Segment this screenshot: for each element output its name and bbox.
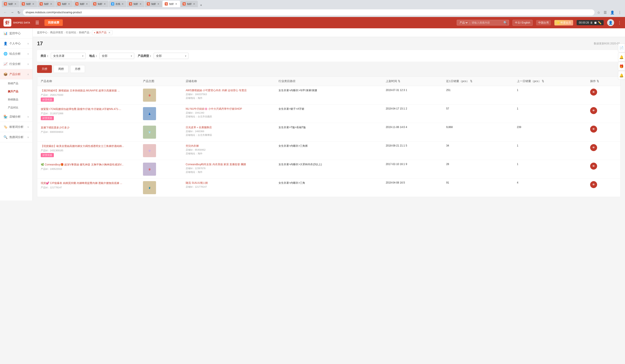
account-button[interactable]: 👤 (609, 10, 615, 15)
view-button[interactable]: 👁 (590, 89, 597, 96)
col-sales-prev[interactable]: 上一日销量（pcs） ⇅ (513, 77, 587, 86)
product-image[interactable]: 👗 (143, 107, 156, 120)
right-sidebar-bell-icon[interactable]: 🔔 (618, 53, 625, 61)
product-image[interactable]: 👙 (143, 89, 156, 102)
tab-close-3[interactable]: ✕ (50, 3, 52, 5)
breadcrumb-monitor[interactable]: 监控中心 (37, 31, 48, 34)
breadcrumb-close-button[interactable]: ✕ (108, 31, 110, 34)
product-name-link[interactable]: 後緊緊+7CM高腰排扣超彈包臀,顯瘦牛仔裙,牛仔裙裙,A字裙NN.471-... (41, 107, 136, 111)
tab-close-8[interactable]: ✕ (139, 3, 141, 5)
product-name-link[interactable]: 【满299减40】澳维妮絲 日本热销新品 MUNAFIE 超弹力高腰束腹 ... (41, 89, 136, 92)
browser-tab-5[interactable]: 知 知虾 ✕ (73, 1, 91, 7)
right-sidebar-alert-icon[interactable]: 🔔 (618, 71, 625, 80)
back-button[interactable]: ← (3, 10, 8, 15)
product-image[interactable]: 👙 (143, 163, 156, 176)
sidebar-item-monitor[interactable]: 📊 监控中心 (0, 28, 32, 39)
browser-tab-1[interactable]: 知 知虾 ✕ (2, 1, 19, 7)
search-category-select[interactable]: 产品 (459, 21, 468, 24)
address-input[interactable]: shopee.mobduos.com/#/product/soaring-pro… (23, 9, 594, 15)
extensions-button[interactable]: ☰ (603, 10, 608, 15)
sidebar-item-search[interactable]: 🔍 热搜词分析 ∨ (0, 132, 32, 142)
tab-close-11[interactable]: ✕ (193, 3, 195, 5)
more-options-button[interactable]: ⋮ (617, 10, 622, 15)
shop-name-link[interactable]: 随流 SUILIU潮人館 (186, 181, 272, 185)
refresh-button[interactable]: ↻ (17, 10, 21, 15)
timer-edit-button[interactable]: ✏️ (598, 21, 601, 24)
shop-name-link[interactable]: NU NU牛仔妞妞🌸 小中大尺碼丹寧牛仔裙SHOP (186, 107, 272, 111)
filter-category-select[interactable]: 女生衣著 (51, 53, 86, 59)
sidebar-sub-item-soaring[interactable]: 飙升产品 (0, 87, 32, 96)
region-button[interactable]: 中国台湾 (536, 20, 551, 26)
sidebar-item-personal[interactable]: 👤 个人中心 ∨ (0, 39, 32, 49)
shop-name-link[interactable]: Comeandbuy時尚女裝 內衣美妝 家居 直播批發 團購 (186, 163, 272, 166)
browser-tab-active[interactable]: 知 知虾 ✕ (162, 1, 180, 7)
tab-daily[interactable]: 天榜 (37, 65, 52, 73)
browser-tab-9[interactable]: 知 知虾 ✕ (145, 1, 162, 7)
shop-name-link[interactable]: AWS澳维妮絲 小可爱背心内衣 内裤 运动背心 专賣店 (186, 89, 272, 92)
col-action[interactable]: 操作 ⇅ (587, 77, 621, 86)
browser-tab-6[interactable]: 知 知虾 ✕ (91, 1, 109, 7)
view-button[interactable]: 👁 (590, 126, 597, 133)
tab-close-7[interactable]: ✕ (122, 3, 124, 5)
product-name-link[interactable]: 現貨💕 C/P值爆表 純棉質抑菌 內褲蜂窩提臀內褲 透氣中腰無痕底褲 ... (41, 181, 136, 185)
breadcrumb-active-item[interactable]: ● 飙升产品 ✕ (92, 30, 112, 35)
product-name-link[interactable]: 直播下標區賣多少打多少 (41, 126, 136, 130)
shop-name-link[interactable]: 日光皮革＋全廣服飾店 (186, 126, 272, 129)
sidebar-item-product[interactable]: 📦 产品分析 ∧ (0, 69, 32, 80)
user-avatar[interactable]: 👤 (607, 19, 614, 26)
language-button[interactable]: 中文/ English (513, 20, 532, 26)
timer-stop-button[interactable]: ⏹ (594, 21, 597, 24)
bookmark-button[interactable]: ☆ (596, 10, 601, 15)
search-submit-button[interactable]: 🔍 (503, 21, 507, 24)
breadcrumb: 监控中心 › 商品详情页 › 行业对比 › 热销产品 › ● 飙升产品 ✕ (33, 28, 625, 37)
view-button[interactable]: 👁 (590, 163, 597, 169)
view-button[interactable]: 👁 (590, 181, 597, 188)
right-sidebar-gift-icon[interactable]: 🎁 (618, 62, 625, 71)
timer-pause-button[interactable]: ⏸ (590, 21, 593, 24)
product-name-link[interactable]: 【現貨爆款】歐美全蕾絲高腰內褲女大碼性感透明女士三角褲舒適純棉... (41, 144, 136, 148)
col-sales-1d[interactable]: 近1日销量（pcs） ⇅ (443, 77, 513, 86)
product-image[interactable]: 👚 (143, 144, 156, 157)
header-more-button[interactable]: ⋮ (618, 20, 622, 25)
browser-tab-4[interactable]: 知 知虾 ✕ (55, 1, 73, 7)
sidebar-item-tag[interactable]: 🏷️ 标签词分析 ∨ (0, 122, 32, 132)
browser-tab-11[interactable]: 知 知虾 ✕ (181, 1, 198, 7)
sidebar-item-shop[interactable]: 🏪 店铺分析 ∨ (0, 112, 32, 122)
tab-close-2[interactable]: ✕ (32, 3, 34, 5)
sidebar-sub-item-compare[interactable]: 产品对比 (0, 104, 32, 112)
shop-name-link[interactable]: 兜兒內衣褲 (186, 144, 272, 148)
forward-button[interactable]: → (10, 10, 15, 15)
tab-close-5[interactable]: ✕ (86, 3, 88, 5)
browser-tab-8[interactable]: 知 知虾 ✕ (127, 1, 144, 7)
tab-close-4[interactable]: ✕ (68, 3, 70, 5)
view-button[interactable]: 👁 (590, 107, 597, 114)
sidebar-item-industry[interactable]: 📈 行业分析 ∨ (0, 59, 32, 69)
tab-close-9[interactable]: ✕ (157, 3, 159, 5)
view-button[interactable]: 👁 (590, 144, 597, 151)
tab-close-1[interactable]: ✕ (14, 3, 16, 5)
sidebar-sub-item-new[interactable]: 热销新品 (0, 96, 32, 104)
browser-tab-3[interactable]: 知 知虾 ✕ (37, 1, 55, 7)
right-sidebar-page-icon[interactable]: 📄 (618, 44, 625, 52)
breadcrumb-hot-product[interactable]: 热销产品 (79, 31, 89, 34)
hamburger-menu-button[interactable]: ☰ (33, 19, 41, 26)
browser-tab-2[interactable]: 知 知虾 ✕ (20, 1, 37, 7)
tab-weekly[interactable]: 周榜 (54, 65, 68, 73)
filter-location-select[interactable]: 全部 (99, 53, 134, 59)
filter-type-select[interactable]: 全部 (154, 53, 188, 59)
sidebar-sub-item-hot[interactable]: 热销产品 (0, 80, 32, 87)
new-tab-button[interactable]: + (198, 3, 204, 7)
browser-tab-7[interactable]: 在 在线 ✕ (109, 1, 126, 7)
upgrade-button[interactable]: 我要续费 (44, 19, 63, 26)
product-image[interactable]: 👕 (143, 126, 156, 139)
breadcrumb-industry[interactable]: 行业对比 (66, 31, 76, 34)
tab-close-6[interactable]: ✕ (104, 3, 106, 5)
tab-close-active[interactable]: ✕ (175, 3, 177, 5)
sidebar-item-site[interactable]: 🌐 站点分析 ∨ (0, 49, 32, 59)
breadcrumb-product-detail[interactable]: 商品详情页 (50, 31, 63, 34)
search-input[interactable] (471, 21, 502, 24)
product-image[interactable]: 🩱 (143, 181, 156, 194)
product-name-link[interactable]: 🌿 Comeandbuy🎁 超深V事業線 爆乳神器 文胸平胸小胸神器性感深V..… (41, 163, 136, 167)
tab-monthly[interactable]: 月榜 (70, 65, 85, 73)
col-list-time[interactable]: 上架时间 ⇅ (382, 77, 443, 86)
